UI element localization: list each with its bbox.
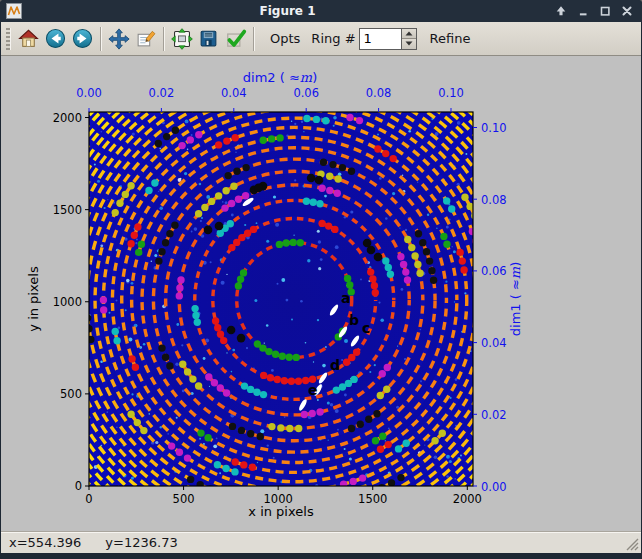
home-icon	[18, 28, 39, 49]
minimize-button[interactable]	[575, 4, 590, 19]
back-button[interactable]	[42, 25, 69, 52]
edit-button[interactable]	[132, 25, 159, 52]
svg-text:0: 0	[75, 479, 82, 493]
close-icon	[620, 4, 634, 18]
toolbar-separator	[163, 27, 164, 51]
right-axis-label: dim1 ( ≈m)	[508, 262, 523, 336]
subplots-button[interactable]	[168, 25, 195, 52]
svg-text:0.00: 0.00	[481, 480, 507, 494]
save-button[interactable]	[195, 25, 222, 52]
adjust-screen-icon	[171, 28, 193, 50]
statusbar: x=554.396 y=1236.73	[1, 531, 641, 553]
svg-text:0.04: 0.04	[221, 86, 247, 100]
pan-button[interactable]	[105, 25, 132, 52]
y-axis-label: y in pixels	[26, 266, 41, 332]
shade-button[interactable]	[553, 4, 568, 19]
refine-button[interactable]: Refine	[430, 31, 471, 46]
pan-arrows-icon	[108, 28, 130, 50]
svg-text:0.08: 0.08	[366, 86, 392, 100]
accept-button[interactable]	[222, 25, 249, 52]
svg-text:500: 500	[173, 492, 195, 506]
minimize-icon	[576, 4, 590, 18]
svg-text:1500: 1500	[53, 203, 82, 217]
close-button[interactable]	[619, 4, 634, 19]
resize-grip[interactable]	[626, 538, 639, 551]
save-floppy-icon	[198, 28, 219, 49]
svg-text:0.00: 0.00	[76, 86, 102, 100]
svg-text:0.06: 0.06	[481, 264, 507, 278]
matplotlib-logo-icon	[6, 3, 22, 19]
toolbar-separator	[253, 27, 254, 51]
ring-number-label: Ring #	[311, 31, 355, 46]
svg-text:1000: 1000	[264, 492, 293, 506]
spin-up-icon	[405, 31, 413, 36]
svg-text:0: 0	[85, 492, 92, 506]
maximize-button[interactable]	[597, 4, 612, 19]
checkmark-icon	[225, 28, 247, 50]
spin-down-button[interactable]	[402, 38, 416, 49]
svg-text:2000: 2000	[453, 492, 482, 506]
svg-text:0.10: 0.10	[438, 86, 464, 100]
spin-up-button[interactable]	[402, 29, 416, 39]
svg-text:500: 500	[60, 387, 82, 401]
ring-point-label: a	[341, 290, 350, 306]
svg-text:1500: 1500	[358, 492, 387, 506]
svg-text:0.06: 0.06	[293, 86, 319, 100]
forward-button[interactable]	[69, 25, 96, 52]
window-title: Figure 1	[28, 4, 547, 18]
top-axis-label: dim2 ( ≈m)	[243, 70, 317, 85]
back-arrow-icon	[45, 28, 66, 49]
ring-point-label: e	[308, 382, 318, 398]
toolbar: Opts Ring # Refine	[1, 22, 641, 56]
maximize-icon	[598, 4, 612, 18]
ring-point-label: c	[362, 320, 370, 336]
figure-window: Figure 1	[0, 0, 642, 559]
ring-point-label: b	[349, 312, 359, 328]
toolbar-grip[interactable]	[6, 28, 11, 50]
window-controls	[553, 4, 634, 19]
figure-canvas[interactable]: abcdex in pixels y in pixels 05001000150…	[1, 56, 641, 531]
svg-text:0.10: 0.10	[481, 121, 507, 135]
svg-text:1000: 1000	[53, 295, 82, 309]
svg-text:0.02: 0.02	[481, 408, 507, 422]
edit-icon	[135, 28, 156, 49]
toolbar-separator	[100, 27, 101, 51]
ring-number-input[interactable]	[359, 28, 401, 50]
opts-button[interactable]: Opts	[270, 31, 300, 46]
cursor-x-readout: x=554.396	[9, 535, 81, 550]
x-axis-label: x in pixels	[248, 504, 314, 519]
arrow-up-icon	[554, 4, 568, 18]
spin-down-icon	[405, 41, 413, 46]
titlebar: Figure 1	[0, 0, 642, 22]
ring-number-spinbox	[359, 28, 417, 50]
svg-text:0.08: 0.08	[481, 193, 507, 207]
cursor-y-readout: y=1236.73	[105, 535, 177, 550]
ring-point-label: d	[330, 357, 340, 373]
svg-text:2000: 2000	[53, 111, 82, 125]
svg-text:0.02: 0.02	[149, 86, 175, 100]
svg-text:0.04: 0.04	[481, 336, 507, 350]
home-button[interactable]	[15, 25, 42, 52]
forward-arrow-icon	[72, 28, 93, 49]
figure-canvas-area: abcdex in pixels y in pixels 05001000150…	[1, 56, 641, 531]
